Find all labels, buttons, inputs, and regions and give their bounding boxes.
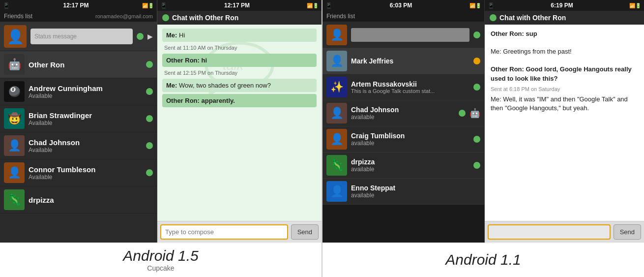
dot-andrew <box>146 88 153 95</box>
friends-email-left: ronamadeo@gmail.com <box>95 13 153 19</box>
avatar-self-left: 👤 <box>4 25 27 48</box>
chat-body-right: talk Other Ron: sup Me: Greetings from t… <box>485 25 644 221</box>
chat-title-right: Chat with Other Ron <box>499 14 566 22</box>
friend-item-artem[interactable]: ✨ Artem Russakovskii This is a Google Ta… <box>322 74 484 100</box>
avatar-enno: 👤 <box>326 181 347 202</box>
friend-info-connor: Connor Tumbleson Available <box>29 165 142 181</box>
chat-panel-left: 📱 12:17 PM 📶🔋 Chat with Other Ron <box>157 0 322 243</box>
caption-title-left: Android 1.5 <box>123 247 198 264</box>
friend-status-chad-right: available <box>351 114 455 121</box>
friend-info-other-ron: Other Ron <box>29 61 142 69</box>
chat-messages-left: Me: Hi Sent at 11:10 AM on Thursday Othe… <box>157 25 322 221</box>
chat-title-left: Chat with Other Ron <box>172 14 238 22</box>
msg-hangouts: Other Ron: Good lord, Google Hangouts re… <box>491 65 638 83</box>
status-dot-self-left <box>137 33 144 40</box>
avatar-connor: 👤 <box>4 162 25 183</box>
chat-status-dot-right <box>490 14 497 21</box>
notif-icons-right: 📱 <box>325 2 332 9</box>
avatar-chad-right: 👤 <box>326 103 347 123</box>
android-icon-chad: 🤖 <box>469 108 480 119</box>
chat-input-row-left[interactable]: Send <box>157 221 322 243</box>
expand-icon-left: ▶ <box>147 32 153 40</box>
avatar-drpizza-right: 🦎 <box>326 155 347 176</box>
friend-name-chad-right: Chad Johnson <box>351 106 455 114</box>
friend-item-drpizza-right[interactable]: 🦎 drpizza available <box>322 153 484 179</box>
msg-other-hi: Other Ron: hi <box>162 54 317 67</box>
dot-chad <box>146 142 153 149</box>
avatar-mark: 👤 <box>326 51 347 71</box>
friend-item-chad-right[interactable]: 👤 Chad Johnson available 🤖 <box>322 100 484 126</box>
chat-body-left: talk Me: Hi Sent at 11:10 AM on Thursday… <box>157 25 322 221</box>
signal-chat-right: 📶🔋 <box>629 3 641 8</box>
friend-item-craig[interactable]: 👤 Craig Tumblison available <box>322 126 484 153</box>
time-chat-left: 12:17 PM <box>224 2 250 9</box>
friend-item-drpizza[interactable]: 🦎 drpizza <box>0 186 157 214</box>
friend-item-chad[interactable]: 👤 Chad Johnson Available <box>0 132 157 159</box>
dot-chad-right <box>459 110 466 117</box>
avatar-artem: ✨ <box>326 77 347 97</box>
dot-connor <box>146 169 153 176</box>
friend-name-drpizza: drpizza <box>29 196 153 204</box>
friend-info-brian: Brian Strawdinger Available <box>29 111 142 126</box>
friends-panel-right: 📱 6:03 PM 📶🔋 Friends list 👤 <box>322 0 485 243</box>
time-chat-right: 6:19 PM <box>551 2 573 9</box>
avatar-self-right: 👤 <box>326 25 347 45</box>
friends-header-left: Friends list ronamadeo@gmail.com <box>0 11 157 22</box>
chat-messages-right: Other Ron: sup Me: Greetings from the pa… <box>485 25 644 221</box>
chat-header-left: Chat with Other Ron <box>157 11 322 25</box>
signal-chat-left: 📶🔋 <box>307 3 319 8</box>
dot-craig <box>473 136 480 143</box>
send-button-right[interactable]: Send <box>614 224 641 240</box>
chat-panel-right: 📱 6:19 PM 📶🔋 Chat with Other Ron <box>485 0 644 243</box>
compose-input-right[interactable] <box>488 224 611 240</box>
friend-info-artem: Artem Russakovskii This is a Google Talk… <box>351 80 469 94</box>
friend-item-enno[interactable]: 👤 Enno Steppat available <box>322 179 484 205</box>
friend-info-andrew: Andrew Cunningham Available <box>29 84 142 99</box>
status-bar-right-input[interactable] <box>351 28 469 42</box>
friend-status-andrew: Available <box>29 92 142 99</box>
time-right: 6:03 PM <box>390 2 412 9</box>
avatar-craig: 👤 <box>326 129 347 150</box>
status-bar-chat-right: 📱 6:19 PM 📶🔋 <box>485 0 644 11</box>
profile-row-left: 👤 Status message ▶ <box>0 22 157 51</box>
msg-other-apparently: Other Ron: apparently. <box>162 94 317 107</box>
friend-name-chad: Chad Johnson <box>29 138 142 147</box>
friend-name-craig: Craig Tumblison <box>351 132 469 140</box>
status-input-left[interactable]: Status message <box>30 29 133 44</box>
send-button-left[interactable]: Send <box>291 224 319 240</box>
compose-input-left[interactable] <box>160 224 288 240</box>
friend-info-enno: Enno Steppat available <box>351 184 480 199</box>
msg-greetings: Me: Greetings from the past! <box>491 47 638 56</box>
notif-icons-chat-right: 📱 <box>488 2 495 9</box>
msg-sup: Other Ron: sup <box>491 30 638 38</box>
friend-status-artem: This is a Google Talk custom stat... <box>351 88 469 94</box>
friend-item-andrew[interactable]: 🎱 Andrew Cunningham Available <box>0 78 157 105</box>
caption-sub-left: Cupcake <box>147 264 174 272</box>
ts-right-1: Sent at 6:18 PM on Saturday <box>491 86 638 92</box>
friend-item-mark[interactable]: 👤 Mark Jeffries <box>322 48 484 74</box>
friend-info-craig: Craig Tumblison available <box>351 132 469 147</box>
chat-input-row-right[interactable]: Send <box>485 221 644 243</box>
friend-item-connor[interactable]: 👤 Connor Tumbleson Available <box>0 159 157 186</box>
friend-name-mark: Mark Jeffries <box>351 57 469 65</box>
ts-1: Sent at 11:10 AM on Thursday <box>162 44 317 52</box>
caption-left: Android 1.5 Cupcake <box>0 243 322 277</box>
friend-name-enno: Enno Steppat <box>351 184 480 192</box>
signal-icons-left: 📶🔋 <box>142 3 154 8</box>
dot-brian <box>146 115 153 122</box>
friend-item-brian[interactable]: 🤠 Brian Strawdinger Available <box>0 105 157 132</box>
dot-other-ron <box>146 61 153 68</box>
caption-right: Android 1.1 <box>322 243 644 277</box>
status-bar-left: 📱 12:17 PM 📶🔋 <box>0 0 157 11</box>
friend-item-other-ron[interactable]: 🤖 Other Ron <box>0 51 157 78</box>
friend-status-connor: Available <box>29 174 142 181</box>
friend-status-drpizza-right: available <box>351 166 469 173</box>
msg-me-green: Me: Wow, two shades of green now? <box>162 79 317 92</box>
friend-info-chad: Chad Johnson Available <box>29 138 142 154</box>
friend-info-mark: Mark Jeffries <box>351 57 469 65</box>
friend-status-craig: available <box>351 140 469 147</box>
friend-status-enno: available <box>351 192 480 199</box>
ts-2: Sent at 12:15 PM on Thursday <box>162 69 317 77</box>
msg-me-hi: Me: Hi <box>162 29 317 42</box>
chat-status-dot-left <box>162 14 169 21</box>
